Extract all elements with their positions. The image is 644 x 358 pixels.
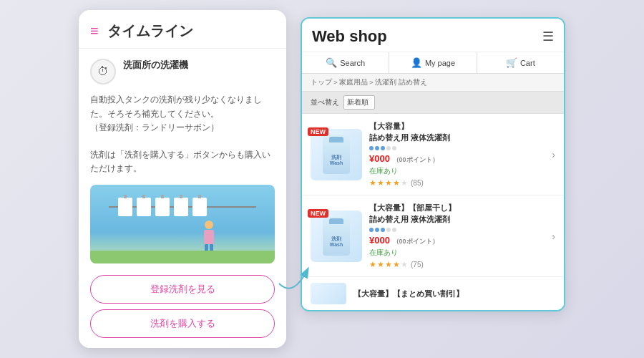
star-2-2: ★: [377, 260, 384, 269]
webshop-panel: Web shop ☰ 🔍 Search 👤 My page 🛒 Cart トップ…: [301, 17, 565, 311]
phone-title: タイムライン: [107, 21, 193, 41]
product-name-2: 【大容量】【部屋干し】 詰め替え用 液体洗濯剤: [369, 203, 545, 225]
detergent-bottle-1: 洗剤Wash: [323, 135, 350, 174]
phone-header: ≡ タイムライン: [79, 10, 286, 49]
star-1-5: ★: [401, 178, 408, 188]
product-img-2: 洗剤Wash: [311, 211, 362, 262]
stock-status-2: 在庫あり: [369, 248, 545, 258]
person-head: [205, 221, 213, 229]
clothes: [118, 198, 207, 216]
search-nav-item[interactable]: 🔍 Search: [302, 52, 389, 73]
timer-icon: ⏱: [97, 65, 109, 78]
sort-dropdown[interactable]: 新着順: [343, 95, 375, 110]
star-1-3: ★: [385, 178, 392, 188]
dot-1-4: [386, 146, 391, 150]
shop-hamburger-icon[interactable]: ☰: [542, 29, 554, 44]
product-arrow-2: ›: [552, 231, 555, 242]
person-body: [204, 230, 214, 244]
phone-panel: ≡ タイムライン ⏱ 洗面所の洗濯機 自動投入タンクの洗剤が残り少なくなりました…: [79, 10, 286, 347]
menu-icon[interactable]: ≡: [90, 23, 99, 39]
phone-content: ⏱ 洗面所の洗濯機 自動投入タンクの洗剤が残り少なくなりました。そろそろ補充して…: [79, 49, 286, 347]
product-price-1: ¥000 （00ポイント）: [369, 153, 545, 165]
rating-count-2: (75): [411, 261, 424, 268]
breadcrumb: トップ＞家庭用品＞洗濯剤 詰め替え: [302, 74, 564, 92]
stock-status-1: 在庫あり: [369, 166, 545, 176]
shop-title: Web shop: [312, 27, 387, 46]
product-item-1[interactable]: NEW 洗剤Wash 【大容量】 詰め替え用 液体洗濯剤: [302, 114, 564, 195]
product-points-1: （00ポイント）: [393, 156, 439, 163]
sort-label: 並べ替え: [311, 97, 339, 107]
cart-nav-label: Cart: [520, 59, 535, 67]
star-2-5: ★: [401, 260, 408, 269]
shop-header: Web shop ☰: [302, 19, 564, 52]
product-item-2[interactable]: NEW 洗剤Wash 【大容量】【部屋干し】 詰め替え用 液体洗濯剤: [302, 195, 564, 277]
star-1-2: ★: [377, 178, 384, 188]
partial-name-3: 【大容量】【まとめ買い割引】: [353, 289, 464, 299]
product-badge-wrap-3: NEW: [311, 283, 346, 304]
partial-img-3: NEW: [311, 283, 346, 304]
rating-count-1: (85): [411, 179, 424, 187]
notif-body: 自動投入タンクの洗剤が残り少なくなりました。そろそろ補充してください。 （登録洗…: [90, 93, 275, 175]
star-2-1: ★: [369, 260, 376, 269]
arrow-connector: [272, 241, 315, 298]
dot-1-5: [392, 146, 396, 150]
shirt-3: [155, 198, 170, 216]
product-list: NEW 洗剤Wash 【大容量】 詰め替え用 液体洗濯剤: [302, 114, 564, 310]
product-info-2: 【大容量】【部屋干し】 詰め替え用 液体洗濯剤 ¥000 （00ポイント）: [369, 203, 545, 269]
main-container: ≡ タイムライン ⏱ 洗面所の洗濯機 自動投入タンクの洗剤が残り少なくなりました…: [79, 10, 565, 347]
star-2-3: ★: [385, 260, 392, 269]
dot-2-2: [375, 228, 379, 232]
new-badge-1: NEW: [308, 127, 328, 136]
sort-bar: 並べ替え 新着順: [302, 92, 564, 114]
notif-icon: ⏱: [90, 59, 116, 84]
dot-2-5: [392, 228, 396, 232]
product-price-2: ¥000 （00ポイント）: [369, 235, 545, 246]
dot-2-3: [381, 228, 385, 232]
dot-1-3: [381, 146, 385, 150]
new-badge-2: NEW: [308, 209, 328, 218]
shirt-5: [192, 198, 207, 216]
product-badge-wrap-2: NEW 洗剤Wash: [311, 211, 362, 262]
cart-nav-item[interactable]: 🛒 Cart: [477, 52, 564, 73]
shop-nav: 🔍 Search 👤 My page 🛒 Cart: [302, 52, 564, 74]
product-info-1: 【大容量】 詰め替え用 液体洗濯剤 ¥000 （00ポイント） 在庫: [369, 121, 545, 188]
star-1-1: ★: [369, 178, 376, 188]
grass: [90, 251, 275, 263]
product-dots-1: [369, 146, 545, 150]
bottle-label-2: 洗剤Wash: [330, 236, 343, 248]
star-rating-1: ★ ★ ★ ★ ★ (85): [369, 178, 545, 188]
mypage-nav-label: My page: [425, 59, 455, 67]
star-1-4: ★: [393, 178, 400, 188]
detergent-bottle-2: 洗剤Wash: [323, 217, 350, 256]
search-nav-label: Search: [340, 59, 365, 67]
bottle-label-1: 洗剤Wash: [330, 155, 343, 167]
shirt-1: [118, 198, 132, 216]
mypage-nav-item[interactable]: 👤 My page: [389, 52, 477, 73]
product-badge-wrap-1: NEW 洗剤Wash: [311, 129, 362, 180]
product-dots-2: [369, 228, 545, 232]
bottle-cap-2: [329, 218, 343, 224]
view-detergent-button[interactable]: 登録洗剤を見る: [90, 275, 275, 304]
search-icon: 🔍: [326, 57, 337, 68]
laundry-image: [90, 185, 275, 263]
dot-2-1: [369, 228, 374, 232]
dot-2-4: [386, 228, 391, 232]
cart-icon: 🛒: [506, 57, 517, 68]
product-name-1: 【大容量】 詰め替え用 液体洗濯剤: [369, 121, 545, 143]
star-2-4: ★: [393, 260, 400, 269]
bottle-cap-1: [329, 137, 343, 142]
shirt-2: [137, 198, 151, 216]
notif-title: 洗面所の洗濯機: [123, 59, 188, 72]
shirt-4: [174, 198, 188, 216]
star-rating-2: ★ ★ ★ ★ ★ (75): [369, 260, 545, 269]
buy-detergent-button[interactable]: 洗剤を購入する: [90, 309, 275, 338]
product-arrow-1: ›: [552, 149, 555, 160]
dot-1-2: [375, 146, 379, 150]
dot-1-1: [369, 146, 374, 150]
person-icon: 👤: [411, 57, 422, 68]
product-item-3[interactable]: NEW 【大容量】【まとめ買い割引】: [302, 277, 564, 310]
notification-item: ⏱ 洗面所の洗濯機: [90, 59, 275, 84]
product-img-1: 洗剤Wash: [311, 129, 362, 180]
product-points-2: （00ポイント）: [393, 238, 439, 245]
